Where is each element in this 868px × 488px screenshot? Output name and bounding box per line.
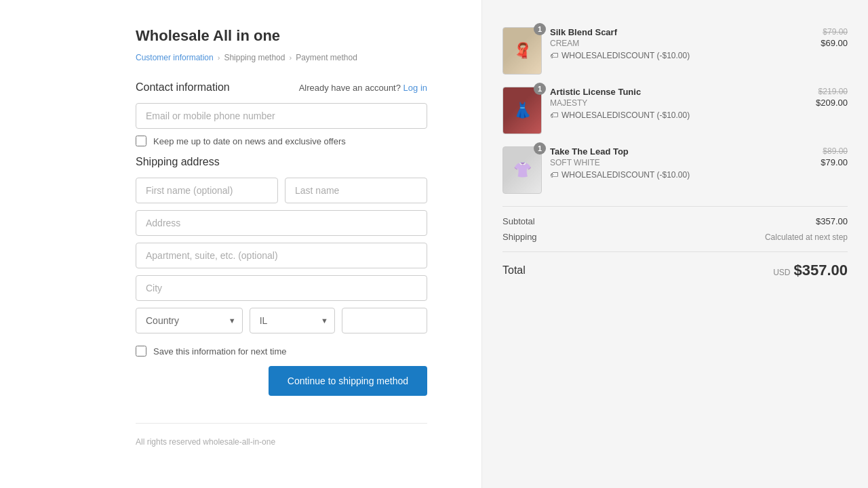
order-item-1: 👗 1 Artistic License Tunic MAJESTY 🏷 WHO…	[502, 87, 848, 134]
shipping-title: Shipping address	[136, 156, 427, 168]
footer-text: All rights reserved wholesale-all-in-one	[136, 437, 275, 447]
log-in-link[interactable]: Log in	[403, 83, 427, 93]
item-0-badge: 1	[534, 23, 546, 35]
order-divider-1	[502, 206, 848, 207]
store-title: Wholesale All in one	[136, 27, 427, 45]
item-2-prices: $89.00 $79.00	[821, 146, 848, 168]
last-name-group	[285, 178, 427, 203]
item-1-badge: 1	[534, 83, 546, 95]
left-panel: Wholesale All in one Customer informatio…	[0, 0, 481, 488]
item-2-price-final: $79.00	[821, 157, 848, 167]
zip-group: 90210	[342, 308, 427, 333]
left-footer: All rights reserved wholesale-all-in-one	[136, 423, 427, 447]
item-2-img-wrap: 👚 1	[502, 146, 542, 194]
discount-1-icon: 🏷	[550, 110, 558, 120]
item-1-img-wrap: 👗 1	[502, 87, 542, 134]
newsletter-label: Keep me up to date on news and exclusive…	[153, 136, 346, 146]
order-divider-2	[502, 251, 848, 252]
save-info-row: Save this information for next time	[136, 346, 427, 357]
country-group: Country ▼	[136, 308, 243, 333]
continue-btn-wrap: Continue to shipping method	[136, 366, 427, 396]
shipping-row: Shipping Calculated at next step	[502, 232, 848, 242]
newsletter-checkbox[interactable]	[136, 136, 146, 146]
first-name-group	[136, 178, 278, 203]
item-1-discount: 🏷 WHOLESALEDISCOUNT (-$10.00)	[550, 110, 808, 120]
shipping-section: Shipping address Country ▼	[136, 156, 427, 396]
state-select[interactable]: IL	[250, 308, 335, 333]
state-group: IL ▼	[250, 308, 335, 333]
breadcrumb-shipping[interactable]: Shipping method	[224, 53, 285, 62]
item-1-price-final: $209.00	[816, 98, 848, 108]
last-name-input[interactable]	[285, 178, 427, 203]
item-0-name: Silk Blend Scarf	[550, 27, 812, 37]
breadcrumb-customer[interactable]: Customer information	[136, 53, 214, 62]
total-currency: USD	[773, 268, 790, 277]
first-name-input[interactable]	[136, 178, 278, 203]
item-0-price-final: $69.00	[821, 38, 848, 48]
subtotal-row: Subtotal $357.00	[502, 216, 848, 226]
discount-0-text: WHOLESALEDISCOUNT (-$10.00)	[561, 51, 690, 60]
apt-input[interactable]	[136, 243, 427, 268]
total-value-wrap: USD $357.00	[773, 262, 848, 279]
zip-input[interactable]: 90210	[342, 308, 427, 333]
breadcrumb-sep-1: ›	[218, 54, 220, 62]
item-2-price-original: $89.00	[821, 146, 848, 156]
order-item-2: 👚 1 Take The Lead Top SOFT WHITE 🏷 WHOLE…	[502, 146, 848, 194]
discount-2-icon: 🏷	[550, 170, 558, 180]
breadcrumb-payment[interactable]: Payment method	[296, 53, 357, 62]
email-field-group	[136, 103, 427, 129]
total-label: Total	[502, 264, 526, 277]
item-2-discount: 🏷 WHOLESALEDISCOUNT (-$10.00)	[550, 170, 812, 180]
breadcrumb-sep-2: ›	[289, 54, 292, 62]
contact-title: Contact information	[136, 81, 230, 94]
apt-group	[136, 243, 427, 268]
name-row	[136, 178, 427, 203]
subtotal-label: Subtotal	[502, 216, 535, 226]
discount-2-text: WHOLESALEDISCOUNT (-$10.00)	[561, 170, 690, 180]
item-1-prices: $219.00 $209.00	[816, 87, 848, 108]
total-row: Total USD $357.00	[502, 262, 848, 279]
item-1-name: Artistic License Tunic	[550, 87, 808, 97]
shipping-value: Calculated at next step	[765, 232, 848, 242]
item-1-price-original: $219.00	[816, 87, 848, 96]
subtotal-value: $357.00	[816, 216, 848, 226]
city-group	[136, 275, 427, 301]
email-input[interactable]	[136, 103, 427, 129]
newsletter-row: Keep me up to date on news and exclusive…	[136, 136, 427, 146]
item-0-img-wrap: 🧣 1	[502, 27, 542, 75]
item-2-variant: SOFT WHITE	[550, 158, 812, 167]
discount-0-icon: 🏷	[550, 51, 558, 60]
save-info-label: Save this information for next time	[153, 346, 287, 357]
shipping-label: Shipping	[502, 232, 537, 242]
address-group	[136, 210, 427, 236]
item-1-details: Artistic License Tunic MAJESTY 🏷 WHOLESA…	[550, 87, 808, 120]
discount-1-text: WHOLESALEDISCOUNT (-$10.00)	[561, 110, 690, 120]
country-state-zip-row: Country ▼ IL ▼ 90210	[136, 308, 427, 333]
already-account-text: Already have an account? Log in	[299, 83, 427, 93]
item-0-price-original: $79.00	[821, 27, 848, 37]
item-1-variant: MAJESTY	[550, 98, 808, 108]
item-2-name: Take The Lead Top	[550, 146, 812, 157]
country-select[interactable]: Country	[136, 308, 243, 333]
save-info-checkbox[interactable]	[136, 346, 146, 357]
address-input[interactable]	[136, 210, 427, 236]
city-input[interactable]	[136, 275, 427, 301]
right-panel: 🧣 1 Silk Blend Scarf CREAM 🏷 WHOLESALEDI…	[481, 0, 868, 488]
continue-button[interactable]: Continue to shipping method	[269, 366, 427, 396]
item-2-badge: 1	[534, 142, 546, 155]
breadcrumb: Customer information › Shipping method ›…	[136, 53, 427, 62]
item-0-prices: $79.00 $69.00	[821, 27, 848, 49]
item-2-details: Take The Lead Top SOFT WHITE 🏷 WHOLESALE…	[550, 146, 812, 180]
order-item-0: 🧣 1 Silk Blend Scarf CREAM 🏷 WHOLESALEDI…	[502, 27, 848, 75]
item-0-variant: CREAM	[550, 39, 812, 48]
item-0-details: Silk Blend Scarf CREAM 🏷 WHOLESALEDISCOU…	[550, 27, 812, 60]
item-0-discount: 🏷 WHOLESALEDISCOUNT (-$10.00)	[550, 51, 812, 60]
total-amount: $357.00	[793, 262, 848, 279]
contact-section-header: Contact information Already have an acco…	[136, 81, 427, 94]
